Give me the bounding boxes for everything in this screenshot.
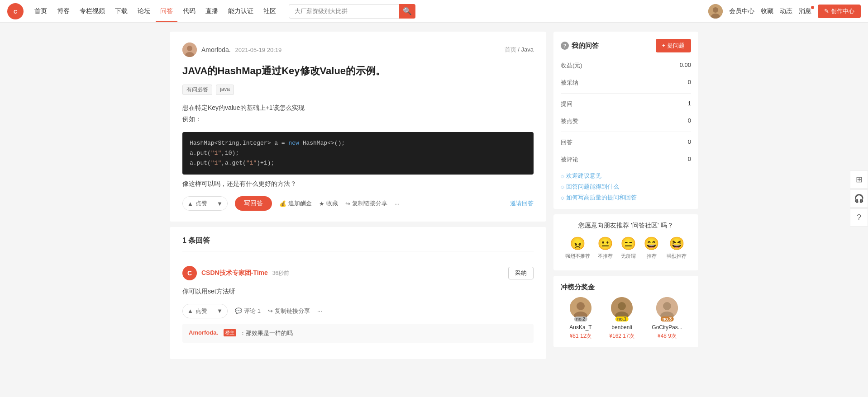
search-input[interactable] [289,4,415,19]
search-bar: 🔍 [289,4,415,19]
nav-cert[interactable]: 能力认证 [224,5,258,18]
float-help-icon[interactable]: ? [850,208,868,227]
answer-vote-down[interactable]: ▼ [212,304,227,318]
leader-money-2: ¥81 12次 [570,332,592,340]
dislike-label: 不推荐 [598,253,613,260]
nav-live[interactable]: 直播 [201,5,223,18]
nav-home[interactable]: 首页 [30,5,52,18]
nav-blog[interactable]: 博客 [52,5,74,18]
leader-avatar-wrap-3: no.3 [656,297,678,319]
emoji-strongly-like[interactable]: 😆 强烈推荐 [667,236,687,260]
emoji-strongly-dislike[interactable]: 😠 强烈不推荐 [565,236,590,260]
more-link[interactable]: ··· [395,200,400,207]
question-card: Amorfoda. 2021-05-19 20:19 首页 / Java JAV… [170,32,546,222]
collect-link[interactable]: ★ 收藏 [319,199,338,208]
svg-point-15 [663,302,671,310]
vote-down-button[interactable]: ▼ [212,197,227,210]
question-meta: Amorfoda. 2021-05-19 20:19 首页 / Java [182,43,534,57]
suggestion-link[interactable]: 欢迎建议意见 [561,172,691,180]
emoji-dislike[interactable]: 😐 不推荐 [597,236,613,260]
neutral-emoji: 😑 [620,236,636,251]
leader-item-3[interactable]: no.3 GoCityPas... ¥48 9次 [652,297,682,340]
body-line1: 想在特定Key的value的基础上+1该怎么实现 [182,102,534,113]
vote-up-button[interactable]: ▲ 点赞 [183,197,212,210]
comment-text: ：那效果是一样的吗 [240,329,293,337]
float-headset-icon[interactable]: 🎧 [850,189,868,208]
leader-item-1[interactable]: no.1 benbenli ¥162 17次 [609,297,634,340]
strongly-dislike-emoji: 😠 [570,236,586,251]
notification-dot [811,6,814,9]
leader-item-2[interactable]: no.2 AusKa_T ¥81 12次 [569,297,591,340]
answer-more-link[interactable]: ··· [317,307,322,314]
nav-qa[interactable]: 问答 [156,5,177,18]
breadcrumb: 首页 / Java [505,46,534,54]
nav-right: 会员中心 收藏 动态 消息 ✎ 创作中心 [708,4,861,19]
qa-title: ? 我的问答 [561,42,599,50]
breadcrumb-tag[interactable]: Java [521,46,534,53]
host-badge: 楼主 [224,329,236,336]
answer-share-icon: ↪ [268,307,273,314]
nav-forum[interactable]: 论坛 [133,5,155,18]
stat-value-answers: 0 [626,136,691,149]
float-qr-icon[interactable]: ⊞ [850,170,868,189]
leader-name-1: benbenli [611,324,632,331]
ask-button[interactable]: + 提问题 [656,39,691,52]
strongly-like-label: 强烈推荐 [667,253,687,260]
nav-community[interactable]: 社区 [259,5,281,18]
leader-rank-1: no.1 [615,317,629,321]
answers-section: 1 条回答 C CSDN技术专家团-Time 36秒前 采纳 你可以用set方法… [170,227,546,359]
author-name[interactable]: Amorfoda. [201,46,231,53]
create-button[interactable]: ✎ 创作中心 [818,5,861,18]
adopt-button[interactable]: 采纳 [508,267,534,279]
qa-card-header: ? 我的问答 + 提问题 [561,39,691,52]
answer-share-link[interactable]: ↪ 复制链接分享 [268,307,310,315]
tag-required[interactable]: 有问必答 [182,85,212,95]
answer-thumbs-down-icon: ▼ [217,307,223,314]
stat-value-commented: 0 [626,153,691,166]
nav-video[interactable]: 专栏视频 [75,5,110,18]
leader-name-3: GoCityPas... [652,324,682,331]
question-footer-text: 像这样可以吗，还是有什么更好的方法？ [182,180,534,188]
nav-download[interactable]: 下载 [110,5,132,18]
quality-link[interactable]: 如何写高质量的提问和回答 [561,194,691,202]
search-button[interactable]: 🔍 [399,4,415,19]
share-link[interactable]: ↪ 复制链接分享 [345,199,387,208]
stat-value-earnings: 0.00 [626,59,691,72]
nav-notification[interactable]: 消息 [799,7,811,15]
stat-label-liked: 被点赞 [561,114,626,128]
invite-link[interactable]: 邀请回答 [510,199,534,208]
action-bar: ▲ 点赞 ▼ 写回答 💰 追加酬金 ★ 收藏 [182,196,534,211]
leader-avatar-1 [611,297,633,319]
leader-rank-2: no.2 [574,317,587,321]
question-meta-left: Amorfoda. 2021-05-19 20:19 [182,43,281,57]
commenter-name[interactable]: Amorfoda. [189,329,218,336]
svg-point-6 [187,46,192,51]
emoji-like[interactable]: 😄 推荐 [644,236,659,260]
stat-label-answers: 回答 [561,136,626,149]
bounty-link[interactable]: 💰 追加酬金 [279,199,312,208]
answer-vote-up[interactable]: ▲ 点赞 [183,304,212,318]
qa-icon: ? [561,42,569,50]
answerer-name[interactable]: CSDN技术专家团-Time [201,269,268,277]
answers-count: 1 条回答 [182,236,534,251]
strongly-like-emoji: 😆 [669,236,685,251]
write-answer-button[interactable]: 写回答 [235,196,272,211]
neutral-label: 无所谓 [621,253,636,260]
comment-link[interactable]: 💬 评论 1 [235,307,261,315]
reward-link[interactable]: 回答问题能得到什么 [561,183,691,191]
nav-code[interactable]: 代码 [178,5,200,18]
recommend-card: 您愿意向朋友推荐 '问答社区' 吗？ 😠 强烈不推荐 😐 不推荐 😑 无所谓 😄… [553,214,698,270]
logo[interactable]: C [7,3,24,19]
nav-dynamic[interactable]: 动态 [780,7,792,15]
nav-collect[interactable]: 收藏 [761,7,773,15]
main-layout: Amorfoda. 2021-05-19 20:19 首页 / Java JAV… [162,32,706,359]
comment-section: Amorfoda. 楼主 ：那效果是一样的吗 [182,324,534,343]
svg-point-3 [713,7,718,13]
user-avatar[interactable] [708,4,723,19]
leader-money-3: ¥48 9次 [658,332,677,340]
nav-member[interactable]: 会员中心 [729,7,754,15]
emoji-neutral[interactable]: 😑 无所谓 [620,236,636,260]
tag-java[interactable]: java [216,85,234,95]
breadcrumb-home[interactable]: 首页 [505,46,516,53]
search-icon: 🔍 [403,7,412,15]
